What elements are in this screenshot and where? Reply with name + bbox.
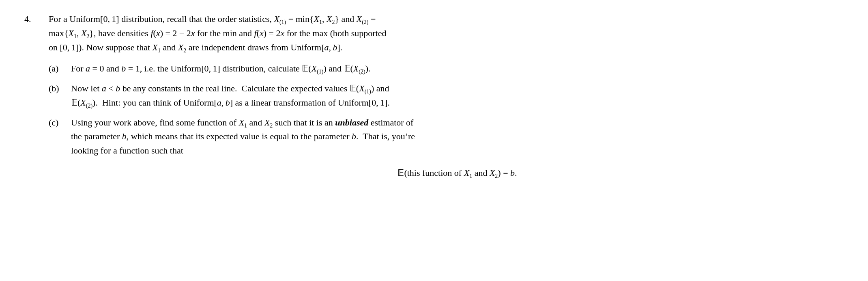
subpart-a-content: For a = 0 and b = 1, i.e. the Uniform[0,…	[71, 62, 844, 76]
subpart-c-label: (c)	[49, 116, 71, 130]
subpart-a: (a) For a = 0 and b = 1, i.e. the Unifor…	[49, 62, 844, 76]
intro-text-3: on [0, 1]). Now suppose that X1 and X2 a…	[49, 42, 342, 52]
subparts-container: (a) For a = 0 and b = 1, i.e. the Unifor…	[49, 62, 844, 184]
subpart-b-content: Now let a < b be any constants in the re…	[71, 82, 844, 110]
intro-text-1: For a Uniform[0, 1] distribution, recall…	[49, 14, 376, 24]
problem-intro: For a Uniform[0, 1] distribution, recall…	[49, 12, 844, 54]
subpart-c-line3: looking for a function such that	[71, 145, 183, 156]
subpart-b-line2: 𝔼(X(2)). Hint: you can think of Uniform[…	[71, 97, 390, 108]
problem-row: 4. For a Uniform[0, 1] distribution, rec…	[24, 12, 844, 54]
subpart-b-line1: Now let a < b be any constants in the re…	[71, 83, 389, 93]
intro-text-2: max{X1, X2}, have densities f(x) = 2 − 2…	[49, 28, 386, 38]
subpart-c-content: Using your work above, find some functio…	[71, 116, 844, 184]
problem-container: 4. For a Uniform[0, 1] distribution, rec…	[24, 12, 844, 184]
subpart-b-label: (b)	[49, 82, 71, 95]
subpart-c-display-math: 𝔼(this function of X1 and X2) = b.	[71, 166, 844, 180]
subpart-a-text: For a = 0 and b = 1, i.e. the Uniform[0,…	[71, 63, 370, 73]
subpart-c-line2: the parameter b, which means that its ex…	[71, 131, 415, 141]
problem-number: 4.	[24, 12, 49, 26]
subpart-b: (b) Now let a < b be any constants in th…	[49, 82, 844, 110]
subpart-c-line1: Using your work above, find some functio…	[71, 117, 413, 128]
subpart-a-label: (a)	[49, 62, 71, 76]
display-math-content: 𝔼(this function of X1 and X2) = b.	[397, 168, 517, 178]
subpart-c: (c) Using your work above, find some fun…	[49, 116, 844, 184]
